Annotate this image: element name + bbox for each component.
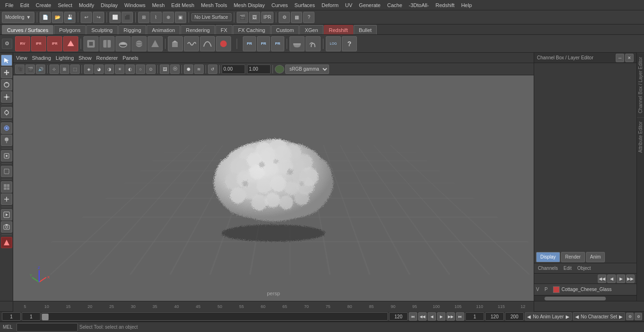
menu-curves[interactable]: Curves: [268, 0, 291, 10]
color-space-dropdown[interactable]: sRGB gamma: [285, 65, 329, 74]
vt-snap-btn[interactable]: ⊹: [50, 65, 59, 74]
layer-arrow-last[interactable]: ▶▶: [626, 275, 635, 283]
render-settings-btn[interactable]: 🎬: [237, 12, 248, 23]
shelf-icon-sphere[interactable]: [132, 36, 147, 51]
layer-arrow-next[interactable]: ▶: [617, 275, 625, 283]
menu-modify[interactable]: Modify: [75, 0, 97, 10]
timeline-scale[interactable]: 5 10 15 20 25 30 35 40 45 50 55 60 65 70…: [13, 301, 534, 312]
range-start-input[interactable]: [485, 312, 504, 321]
vt-grid-btn[interactable]: ⊞: [60, 65, 69, 74]
layer-row[interactable]: V P Cottage_Cheese_Glass: [534, 284, 636, 295]
menu-edit-mesh[interactable]: Edit Mesh: [168, 0, 198, 10]
playback-slider[interactable]: [41, 312, 388, 321]
color-mode-btn[interactable]: [275, 65, 284, 73]
shelf-icon-curve[interactable]: [200, 36, 215, 51]
shelf-icon-rv[interactable]: RV: [15, 36, 30, 51]
menu-redshift[interactable]: Redshift: [432, 0, 458, 10]
display-settings-btn[interactable]: ⚙: [279, 12, 290, 23]
coord-x-input[interactable]: [222, 65, 245, 74]
undo-btn[interactable]: ↩: [81, 12, 92, 23]
shelf-icon-box[interactable]: [168, 36, 183, 51]
snap-curve-btn[interactable]: ⌇: [150, 12, 162, 23]
char-settings-btn[interactable]: ⚙: [635, 313, 642, 320]
shelf-tab-polygons[interactable]: Polygons: [54, 25, 85, 34]
shelf-tab-bullet[interactable]: Bullet: [354, 25, 377, 34]
menu-mesh[interactable]: Mesh: [149, 0, 168, 10]
menu-surfaces[interactable]: Surfaces: [291, 0, 318, 10]
rp-close-btn[interactable]: ✕: [625, 54, 634, 62]
shelf-tab-sculpting[interactable]: Sculpting: [86, 25, 118, 34]
snap-point-btn[interactable]: ⊕: [163, 12, 174, 23]
rotate-tool-btn[interactable]: [1, 79, 12, 90]
layer-arrow-first[interactable]: ◀◀: [598, 275, 606, 283]
menu-mesh-tools[interactable]: Mesh Tools: [198, 0, 230, 10]
select-mode-btn[interactable]: ⬜: [109, 12, 121, 23]
vt-motion-blur-btn[interactable]: ≋: [194, 65, 204, 74]
show-manipulator-btn[interactable]: [1, 150, 12, 162]
shelf-icon-ipr1[interactable]: IPR: [31, 36, 46, 51]
tab-anim[interactable]: Anim: [586, 252, 605, 262]
save-scene-btn[interactable]: 💾: [64, 12, 75, 23]
go-to-start-btn[interactable]: ⏮: [409, 312, 417, 321]
menu-help[interactable]: Help: [458, 0, 475, 10]
move-plus-btn[interactable]: [1, 194, 12, 205]
shelf-gear-btn[interactable]: ⚙: [2, 39, 12, 49]
snap-grid-btn[interactable]: ⊞: [138, 12, 149, 23]
vt-textured-btn[interactable]: ◑: [105, 65, 114, 74]
menu-deform[interactable]: Deform: [318, 0, 342, 10]
menu-windows[interactable]: Windows: [121, 0, 149, 10]
transform-tool-btn[interactable]: [1, 107, 12, 118]
shelf-tab-rendering[interactable]: Rendering: [181, 25, 215, 34]
subtab-help[interactable]: Object: [576, 265, 593, 272]
snap-surface-btn[interactable]: ▣: [175, 12, 186, 23]
soft-select-btn[interactable]: [1, 122, 12, 134]
redo-btn[interactable]: ↪: [93, 12, 104, 23]
viewport-menu-lighting[interactable]: Lighting: [56, 55, 74, 61]
layer-scrollbar-thumb[interactable]: [545, 297, 606, 300]
vt-camera-btn[interactable]: 🎥: [15, 65, 25, 74]
vt-wireframe-btn[interactable]: ⬚: [70, 65, 80, 74]
viewport-menu-show[interactable]: Show: [79, 55, 92, 61]
menu-generate[interactable]: Generate: [355, 0, 384, 10]
end-frame-input[interactable]: [389, 312, 408, 321]
ipr-btn[interactable]: IPR: [261, 12, 274, 23]
select-tool-btn[interactable]: [1, 55, 12, 66]
shelf-icon-5[interactable]: [83, 36, 99, 51]
shelf-tab-redshift[interactable]: Redshift: [324, 25, 353, 34]
anim-settings-btn[interactable]: ⚙: [626, 313, 634, 320]
viewport-menu-panels[interactable]: Panels: [123, 55, 139, 61]
workspace-dropdown[interactable]: Modeling ▼: [2, 12, 34, 23]
vt-film-btn[interactable]: 🎬: [25, 65, 35, 74]
vt-aa-btn[interactable]: ⊙: [146, 65, 156, 74]
help-btn[interactable]: ?: [303, 12, 314, 23]
shelf-icon-pr1[interactable]: PR: [243, 36, 256, 51]
subtab-options[interactable]: Edit: [561, 265, 573, 272]
go-to-end-btn[interactable]: ⏭: [456, 312, 464, 321]
shelf-icon-wave[interactable]: [184, 36, 199, 51]
open-scene-btn[interactable]: 📂: [52, 12, 63, 23]
paint-select-btn[interactable]: [1, 135, 12, 146]
lasso-select-btn[interactable]: ⬛: [122, 12, 133, 23]
rp-minimize-btn[interactable]: ─: [616, 54, 624, 62]
start-frame-input[interactable]: [22, 312, 41, 321]
vt-ao-btn[interactable]: ○: [136, 65, 145, 74]
script-input[interactable]: [17, 323, 78, 332]
menu-cache[interactable]: Cache: [384, 0, 405, 10]
shelf-icon-bowl[interactable]: [289, 36, 305, 51]
camera-btn[interactable]: [1, 221, 12, 233]
menu-file[interactable]: File: [2, 0, 17, 10]
menu-mesh-display[interactable]: Mesh Display: [231, 0, 268, 10]
vt-hud-btn[interactable]: Ⓗ: [170, 65, 180, 74]
vt-isolate-btn[interactable]: ◈: [84, 65, 93, 74]
vt-image-plane-btn[interactable]: 🖼: [160, 65, 169, 74]
vt-reset-btn[interactable]: ↺: [208, 65, 217, 74]
menu-create[interactable]: Create: [33, 0, 55, 10]
shelf-tab-fx-caching[interactable]: FX Caching: [233, 25, 270, 34]
subtab-layers[interactable]: Channels: [536, 265, 560, 272]
move-tool-btn[interactable]: [1, 67, 12, 78]
shelf-tab-curves-surfaces[interactable]: Curves / Surfaces: [2, 25, 53, 34]
range-end-input[interactable]: [505, 312, 524, 321]
prev-frame-btn[interactable]: ◀: [428, 312, 436, 321]
edge-tab-attribute-editor[interactable]: Attribute Editor: [637, 117, 644, 156]
shelf-icon-steam[interactable]: [305, 36, 321, 51]
